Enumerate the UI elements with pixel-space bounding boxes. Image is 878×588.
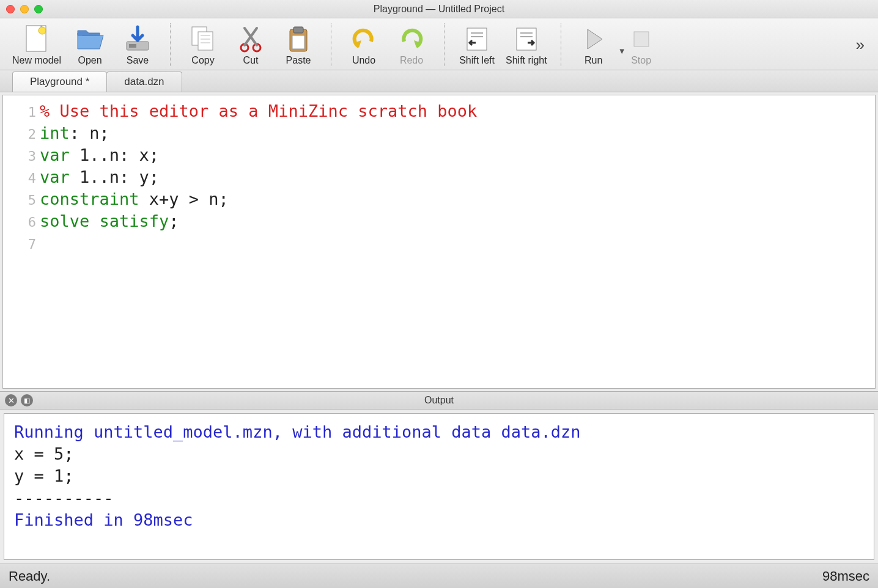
line-number: 6 [3, 210, 36, 232]
status-time: 98msec [822, 568, 869, 584]
toolbar-separator [444, 23, 445, 66]
undo-button[interactable]: Undo [340, 22, 388, 67]
toolbar-separator [170, 23, 171, 66]
svg-rect-13 [292, 35, 304, 49]
output-panel[interactable]: Running untitled_model.mzn, with additio… [4, 413, 874, 560]
output-header: ✕ ◧ Output [0, 391, 878, 410]
line-gutter: 1234567 [3, 95, 40, 388]
copy-icon [188, 24, 218, 54]
chevron-down-icon[interactable]: ▼ [618, 46, 626, 56]
overflow-icon[interactable]: » [850, 35, 871, 54]
shift-left-button[interactable]: Shift left [453, 22, 501, 67]
output-line: y = 1; [14, 465, 864, 487]
code-line[interactable] [40, 232, 477, 254]
copy-button[interactable]: Copy [179, 22, 227, 67]
window-controls [6, 5, 43, 13]
run-button[interactable]: Run ▼ [570, 22, 618, 67]
svg-rect-3 [129, 44, 136, 48]
cut-icon [236, 24, 265, 54]
new-file-icon [22, 24, 51, 54]
save-label: Save [127, 55, 149, 66]
cut-button[interactable]: Cut [227, 22, 275, 67]
tab-0[interactable]: Playground * [12, 72, 107, 92]
toolbar-separator [331, 23, 331, 66]
code-line[interactable]: var 1..n: x; [40, 144, 477, 166]
cut-label: Cut [243, 55, 259, 66]
undo-icon [349, 24, 378, 54]
window-title: Playground — Untitled Project [0, 4, 878, 15]
line-number: 1 [3, 100, 36, 122]
shift-right-label: Shift right [506, 55, 547, 66]
maximize-icon[interactable] [34, 5, 43, 13]
new-model-button[interactable]: New model [7, 22, 66, 67]
copy-label: Copy [191, 55, 214, 66]
new-model-label: New model [12, 55, 61, 66]
open-button[interactable]: Open [66, 22, 114, 67]
folder-open-icon [75, 24, 105, 54]
tab-bar: Playground *data.dzn [0, 70, 878, 92]
line-number: 7 [3, 232, 36, 254]
line-number: 4 [3, 166, 36, 188]
play-icon [579, 24, 608, 54]
code-line[interactable]: int: n; [40, 122, 477, 144]
detach-output-icon[interactable]: ◧ [21, 394, 33, 406]
toolbar: New model Open Save Copy Cut [0, 18, 878, 70]
shift-right-button[interactable]: Shift right [501, 22, 552, 67]
svg-rect-12 [293, 27, 303, 33]
svg-rect-14 [467, 28, 487, 50]
status-text: Ready. [9, 568, 50, 584]
titlebar: Playground — Untitled Project [0, 0, 878, 18]
shift-right-icon [512, 24, 541, 54]
svg-point-1 [39, 27, 46, 34]
tab-1[interactable]: data.dzn [106, 72, 182, 92]
save-icon [123, 24, 152, 54]
paste-button[interactable]: Paste [275, 22, 322, 67]
stop-button[interactable]: Stop [618, 22, 665, 67]
open-label: Open [78, 55, 101, 66]
output-line: ---------- [14, 487, 864, 509]
output-line: Running untitled_model.mzn, with additio… [14, 421, 864, 443]
line-number: 2 [3, 122, 36, 144]
line-number: 3 [3, 144, 36, 166]
code-line[interactable]: constraint x+y > n; [40, 188, 477, 210]
status-bar: Ready. 98msec [0, 564, 878, 588]
stop-label: Stop [631, 55, 651, 66]
code-line[interactable]: % Use this editor as a MiniZinc scratch … [40, 100, 477, 122]
svg-rect-17 [517, 28, 536, 50]
code-editor[interactable]: 1234567 % Use this editor as a MiniZinc … [2, 95, 876, 389]
code-line[interactable]: solve satisfy; [40, 210, 477, 232]
redo-icon [397, 24, 426, 54]
code-line[interactable]: var 1..n: y; [40, 166, 477, 188]
paste-label: Paste [286, 55, 311, 66]
svg-rect-5 [198, 32, 213, 50]
shift-left-label: Shift left [459, 55, 495, 66]
svg-rect-20 [634, 32, 649, 46]
shift-left-icon [462, 24, 492, 54]
redo-label: Redo [400, 55, 423, 66]
toolbar-separator [561, 23, 561, 66]
output-title: Output [0, 395, 878, 406]
close-output-icon[interactable]: ✕ [5, 394, 17, 406]
close-icon[interactable] [6, 5, 15, 13]
save-button[interactable]: Save [114, 22, 161, 67]
minimize-icon[interactable] [20, 5, 29, 13]
paste-icon [284, 24, 313, 54]
output-line: Finished in 98msec [14, 509, 864, 531]
run-label: Run [585, 55, 602, 66]
stop-icon [627, 24, 656, 54]
line-number: 5 [3, 188, 36, 210]
undo-label: Undo [352, 55, 375, 66]
output-line: x = 5; [14, 443, 864, 465]
redo-button[interactable]: Redo [388, 22, 435, 67]
code-area[interactable]: % Use this editor as a MiniZinc scratch … [40, 95, 477, 388]
